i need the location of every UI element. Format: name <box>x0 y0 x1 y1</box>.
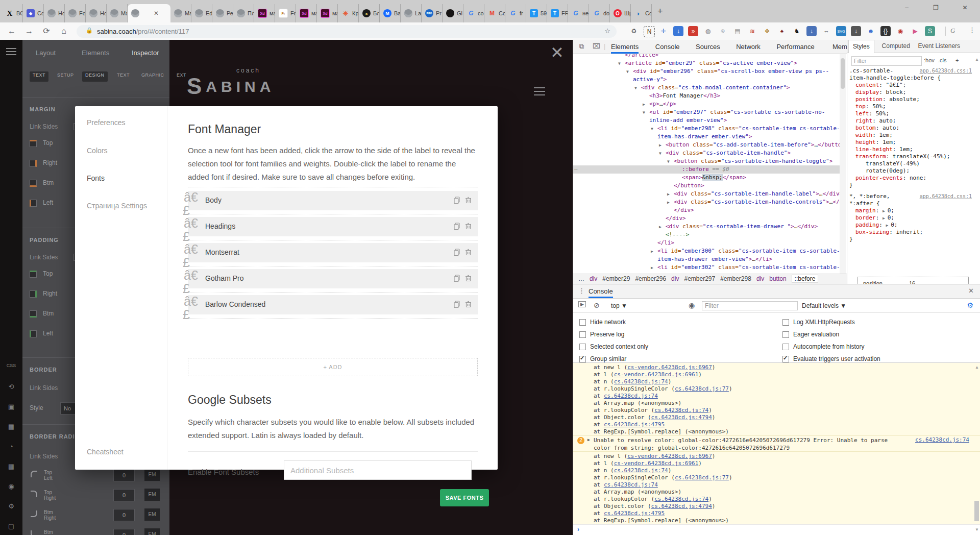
console-tab[interactable]: Console <box>589 284 613 298</box>
bookmark-star-icon[interactable]: ☆ <box>604 27 610 35</box>
profile-logo-icon[interactable]: G <box>950 27 955 35</box>
dom-node[interactable]: ▶<p>…</p> <box>573 100 840 108</box>
radius-value-input[interactable]: 0 <box>113 489 135 501</box>
strip-tool-icon[interactable]: ⚙ <box>0 502 22 510</box>
mode-chip[interactable]: DESIGN <box>82 71 108 82</box>
strip-tool-icon[interactable]: ▢ <box>0 522 22 530</box>
link-sides-toggle[interactable]: Link Sides <box>30 384 58 392</box>
checkbox-icon[interactable] <box>782 319 789 326</box>
styles-filter-input[interactable]: Filter <box>851 56 922 66</box>
browser-tab[interactable]: MCo <box>484 4 505 22</box>
css-property[interactable]: padding: ▶ 0; <box>847 222 974 229</box>
source-link[interactable]: cs-vendor.64238cd.js:6967 <box>627 364 712 371</box>
extension-icon[interactable]: N <box>644 26 655 37</box>
css-property[interactable]: right: auto; <box>847 117 974 125</box>
browser-tab[interactable]: Ho <box>44 4 65 22</box>
duplicate-icon[interactable] <box>453 223 460 230</box>
console-setting[interactable]: Eager evaluation <box>782 330 839 338</box>
panel-tab-elements[interactable]: Elements <box>82 49 109 57</box>
source-link[interactable]: cs.64238cd.js:74 <box>614 467 668 474</box>
styles-tab-event[interactable]: Event Listeners <box>914 40 964 53</box>
source-link[interactable]: cs.64238cd.js:74 <box>604 481 658 488</box>
elements-scrollbar[interactable] <box>840 54 846 274</box>
new-tab-button[interactable]: + <box>657 6 663 17</box>
breadcrumb-item[interactable]: button <box>769 275 786 282</box>
tab-close-icon[interactable]: ✕ <box>154 10 159 17</box>
font-row-label[interactable]: Body <box>205 196 222 204</box>
breadcrumb-item[interactable]: div <box>590 275 597 282</box>
console-filter-input[interactable]: Filter <box>702 301 798 310</box>
expand-arrow-icon[interactable]: ▶ <box>667 190 674 199</box>
side-swatch-icon[interactable] <box>30 271 37 278</box>
source-link[interactable]: cs.64238cd.js:4795 <box>604 510 665 517</box>
browser-tab[interactable]: ✕ <box>128 4 170 22</box>
checkbox-icon[interactable] <box>579 356 586 362</box>
extension-icon[interactable]: ✛ <box>658 26 669 36</box>
source-link[interactable]: cs-vendor.64238cd.js:6967 <box>627 453 712 459</box>
forward-button[interactable]: → <box>21 22 37 40</box>
css-property[interactable]: left: 50%; <box>847 110 974 117</box>
more-actions-icon[interactable]: ⋯ <box>574 165 578 174</box>
expand-arrow-icon[interactable]: ▼ <box>643 109 649 117</box>
scroll-up-icon[interactable]: ▲ <box>975 57 979 62</box>
extension-icon[interactable]: ⌾ <box>718 26 728 36</box>
console-setting[interactable]: Evaluate triggers user activation <box>782 355 880 363</box>
maximize-button[interactable]: ❐ <box>921 0 950 15</box>
console-setting[interactable]: Hide network <box>579 318 626 326</box>
console-sidebar-icon[interactable]: ▶ <box>578 301 586 307</box>
extension-icon[interactable]: ◍ <box>703 26 713 36</box>
hamburger-menu-icon[interactable] <box>6 46 16 57</box>
checkbox-icon[interactable] <box>782 356 789 362</box>
link-sides-toggle[interactable]: Link Sides <box>30 453 58 460</box>
expand-arrow-icon[interactable]: ▼ <box>634 84 641 92</box>
devtools-tab-sources[interactable]: Sources <box>696 40 720 54</box>
delete-icon[interactable] <box>465 249 472 256</box>
breadcrumb-item[interactable]: #ember297 <box>684 275 715 282</box>
browser-tab[interactable]: Gfr <box>505 4 526 22</box>
modal-nav-fonts[interactable]: Fonts <box>87 174 105 182</box>
strip-tool-icon[interactable]: ◉ <box>0 482 22 490</box>
url-text[interactable]: sabina.coach/pro/#/content/117 <box>97 28 189 35</box>
browser-tab[interactable]: ◗Co <box>631 4 652 22</box>
expand-arrow-icon[interactable]: ▶ <box>643 101 649 109</box>
expand-arrow-icon[interactable]: ▶ <box>651 248 657 256</box>
browser-tab[interactable]: T59 <box>526 4 547 22</box>
css-selector[interactable]: *, *:before,app.64238cd.css:1 <box>847 193 974 200</box>
log-levels-dropdown[interactable]: Default levels ▼ <box>802 302 846 309</box>
dom-node[interactable]: <span>&nbsp;</span> <box>573 174 840 182</box>
font-row[interactable]: Barlow Condensed <box>188 295 478 314</box>
css-property[interactable]: display: block; <box>847 89 974 96</box>
duplicate-icon[interactable] <box>453 197 460 204</box>
modal-nav-preferences[interactable]: Preferences <box>87 118 125 127</box>
extension-icon[interactable]: ♻ <box>629 26 639 36</box>
dom-node[interactable]: ▶<div class="cs-sortable-item-drawer ">…… <box>573 223 840 231</box>
extension-icon[interactable]: ♠ <box>777 26 787 36</box>
checkbox-icon[interactable] <box>782 344 789 350</box>
radius-value-input[interactable]: 0 <box>113 529 135 535</box>
browser-tab[interactable]: Fo <box>65 4 86 22</box>
radius-value-input[interactable]: 0 <box>113 469 135 481</box>
font-row-label[interactable]: Gotham Pro <box>205 274 243 282</box>
browser-tab[interactable]: MBa <box>380 4 401 22</box>
devtools-tab-network[interactable]: Network <box>736 40 761 54</box>
disclosure-icon[interactable]: ▶ <box>587 437 590 442</box>
extension-icon[interactable]: » <box>688 26 698 36</box>
checkbox-icon[interactable] <box>579 331 586 338</box>
dom-node[interactable]: </div> <box>573 214 840 223</box>
modal-nav-colors[interactable]: Colors <box>87 147 107 155</box>
browser-tab[interactable]: Ma <box>107 4 128 22</box>
breadcrumb-item[interactable]: #ember29 <box>602 275 630 282</box>
link-sides-toggle[interactable]: Link Sides <box>30 254 58 261</box>
styles-tab-styles[interactable]: Styles <box>848 40 874 53</box>
extension-icon[interactable]: ↓ <box>673 26 683 36</box>
extension-icon[interactable]: SVG <box>836 26 846 36</box>
dom-node[interactable]: ▼<ul id="ember297" class="cs-sortable cs… <box>573 108 840 116</box>
extension-icon[interactable]: ≋ <box>747 26 757 36</box>
delete-icon[interactable] <box>465 275 472 282</box>
expand-arrow-icon[interactable]: ▶ <box>667 199 674 207</box>
extension-icon[interactable]: ❖ <box>762 26 772 36</box>
browser-tab[interactable]: FrFr <box>275 4 296 22</box>
expand-arrow-icon[interactable]: ▼ <box>618 60 625 68</box>
browser-tab[interactable]: TFR <box>547 4 568 22</box>
side-swatch-icon[interactable] <box>30 180 37 187</box>
